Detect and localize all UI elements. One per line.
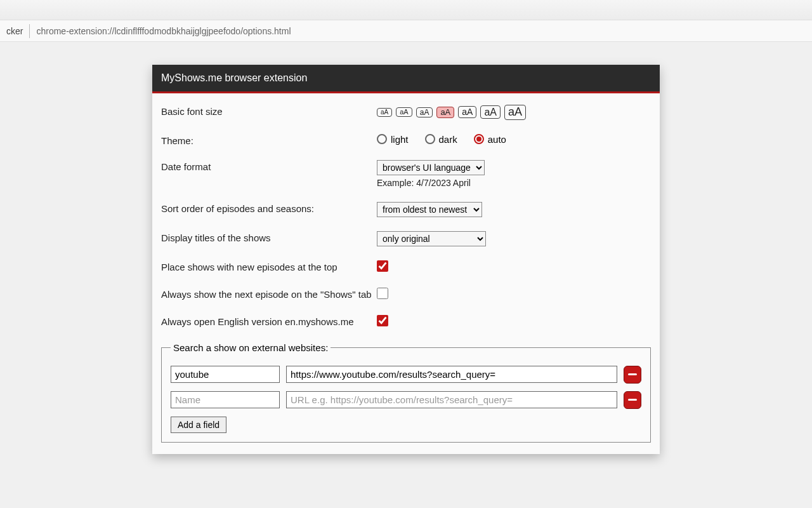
font-size-option-3[interactable]: aA: [436, 107, 454, 118]
radio-icon: [377, 134, 387, 144]
date-format-example: Example: 4/7/2023 April: [377, 178, 651, 188]
display-titles-select[interactable]: only original: [377, 231, 486, 246]
date-format-label: Date format: [161, 160, 377, 172]
always-en-label: Always open English version en.myshows.m…: [161, 315, 377, 327]
radio-icon: [474, 134, 484, 144]
sort-order-select[interactable]: from oldest to newest: [377, 202, 482, 217]
place-top-label: Place shows with new episodes at the top: [161, 260, 377, 272]
add-field-button[interactable]: Add a field: [171, 417, 226, 433]
always-en-checkbox[interactable]: [377, 315, 388, 326]
external-url-input[interactable]: [286, 366, 617, 383]
sort-order-label: Sort order of episodes and seasons:: [161, 202, 377, 214]
font-size-group: aAaAaAaAaAaAaA: [377, 105, 651, 120]
always-next-checkbox[interactable]: [377, 288, 388, 299]
external-url-input[interactable]: [286, 391, 617, 408]
theme-light-label: light: [391, 134, 409, 145]
external-row: [171, 391, 641, 409]
theme-dark-label: dark: [439, 134, 457, 145]
theme-auto-label: auto: [488, 134, 506, 145]
place-top-checkbox[interactable]: [377, 260, 388, 272]
theme-label: Theme:: [161, 134, 377, 146]
external-row: [171, 366, 641, 384]
font-size-option-0[interactable]: aA: [377, 108, 392, 117]
theme-auto-radio[interactable]: auto: [474, 134, 506, 145]
font-size-option-2[interactable]: aA: [416, 107, 433, 117]
url-text: chrome-extension://lcdinflfffodmodbkhaij…: [30, 26, 297, 36]
external-search-fieldset: Search a show on external websites: Add …: [161, 342, 651, 443]
radio-icon: [425, 134, 435, 144]
options-panel: MyShows.me browser extension Basic font …: [152, 65, 660, 454]
address-bar: cker chrome-extension://lcdinflfffodmodb…: [0, 20, 812, 42]
external-search-legend: Search a show on external websites:: [171, 342, 331, 353]
theme-dark-radio[interactable]: dark: [425, 134, 457, 145]
font-size-option-5[interactable]: aA: [480, 105, 501, 119]
font-size-label: Basic font size: [161, 105, 377, 117]
font-size-option-4[interactable]: aA: [458, 106, 476, 118]
external-name-input[interactable]: [171, 391, 280, 408]
always-next-label: Always show the next episode on the "Sho…: [161, 288, 377, 300]
minus-icon: [628, 373, 637, 375]
theme-radios: light dark auto: [377, 134, 651, 145]
panel-title: MyShows.me browser extension: [152, 65, 660, 93]
remove-row-button[interactable]: [624, 366, 641, 384]
external-name-input[interactable]: [171, 366, 280, 383]
browser-chrome-top: [0, 0, 812, 20]
font-size-option-6[interactable]: aA: [504, 105, 526, 120]
display-titles-label: Display titles of the shows: [161, 231, 377, 243]
minus-icon: [628, 399, 637, 401]
remove-row-button[interactable]: [624, 391, 641, 409]
font-size-option-1[interactable]: aA: [396, 107, 412, 117]
date-format-select[interactable]: browser's UI language: [377, 160, 485, 175]
tab-title-fragment: cker: [0, 24, 30, 38]
theme-light-radio[interactable]: light: [377, 134, 409, 145]
